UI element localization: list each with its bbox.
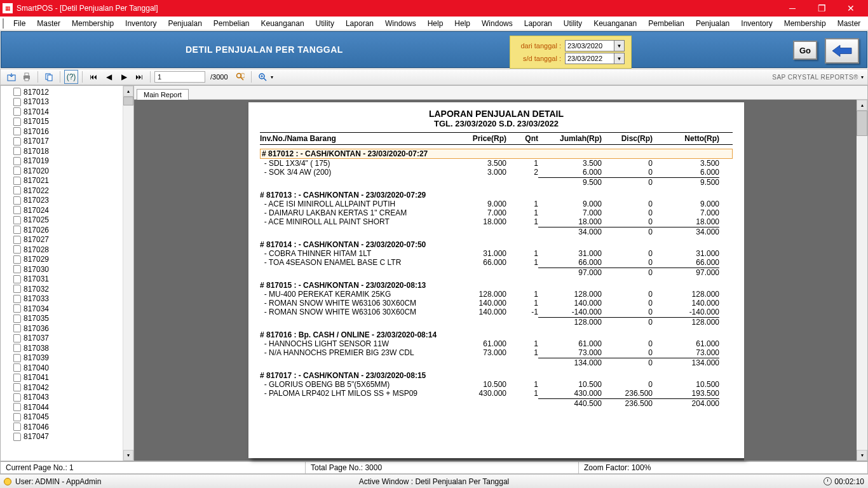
menu-pembelian[interactable]: Pembelian xyxy=(208,18,255,29)
menu-keuanganan[interactable]: Keuanganan xyxy=(588,18,642,29)
tree-node-label: 817012 xyxy=(24,88,49,97)
go-button[interactable]: Go xyxy=(793,41,817,60)
window-close-button[interactable]: ✕ xyxy=(836,0,865,17)
tree-node[interactable]: 817030 xyxy=(11,264,123,274)
page-number-input[interactable] xyxy=(154,71,205,83)
viewer-scrollbar[interactable]: ▴ ▾ xyxy=(857,100,867,461)
zoom-dropdown-icon[interactable]: ▾ xyxy=(271,74,273,80)
tree-node[interactable]: 817026 xyxy=(11,225,123,235)
export-button[interactable] xyxy=(4,70,18,84)
menu-membership[interactable]: Membership xyxy=(778,18,832,29)
next-page-button[interactable]: ▶ xyxy=(117,70,131,84)
page-icon xyxy=(13,393,21,402)
scroll-thumb[interactable] xyxy=(123,97,133,105)
tree-node[interactable]: 817018 xyxy=(11,146,123,156)
find-button[interactable] xyxy=(233,70,247,84)
scroll-down-button[interactable]: ▾ xyxy=(123,450,133,461)
menu-windows[interactable]: Windows xyxy=(379,18,422,29)
menu-keuanganan[interactable]: Keuanganan xyxy=(255,18,310,29)
mdi-system-icon[interactable] xyxy=(3,18,4,29)
brand-dropdown-icon[interactable]: ▾ xyxy=(861,74,864,80)
menu-master[interactable]: Master xyxy=(832,18,867,29)
to-date-input[interactable] xyxy=(565,53,614,64)
tree-node[interactable]: 817014 xyxy=(11,107,123,117)
back-button[interactable] xyxy=(825,38,859,64)
menu-utility[interactable]: Utility xyxy=(558,18,588,29)
tree-node[interactable]: 817013 xyxy=(11,97,123,107)
page-icon xyxy=(13,413,21,421)
menu-laporan[interactable]: Laporan xyxy=(340,18,379,29)
menu-master[interactable]: Master xyxy=(31,18,66,29)
viewer-scroll-up[interactable]: ▴ xyxy=(857,100,867,111)
tree-node-label: 817045 xyxy=(24,412,49,421)
tree-node[interactable]: 817016 xyxy=(11,126,123,137)
tree-node[interactable]: 817043 xyxy=(11,393,123,403)
menu-file[interactable]: File xyxy=(8,18,31,29)
prev-page-button[interactable]: ◀ xyxy=(102,70,116,84)
to-date-dropdown[interactable]: ▼ xyxy=(614,53,625,64)
tree-node[interactable]: 817035 xyxy=(11,314,123,324)
print-button[interactable] xyxy=(20,70,34,84)
tree-node[interactable]: 817039 xyxy=(11,353,123,363)
from-date-dropdown[interactable]: ▼ xyxy=(614,40,625,51)
menu-penjualan[interactable]: Penjualan xyxy=(162,18,207,29)
menu-inventory[interactable]: Inventory xyxy=(119,18,162,29)
tree-node-label: 817037 xyxy=(24,334,49,342)
report-row: - ROMAN SNOW WHITE W63106 30X60CM140.000… xyxy=(260,299,733,308)
tree-node[interactable]: 817025 xyxy=(11,215,123,226)
tree-node[interactable]: 817012 xyxy=(11,87,123,97)
menu-help[interactable]: Help xyxy=(449,18,476,29)
from-date-input[interactable] xyxy=(565,40,614,51)
toggle-group-tree-button[interactable]: (?) xyxy=(64,70,78,84)
viewer-scroll-thumb[interactable] xyxy=(857,111,867,136)
tree-node[interactable]: 817017 xyxy=(11,137,123,147)
menu-utility[interactable]: Utility xyxy=(310,18,340,29)
group-header: # 817016 : Bp. CASH / ONLINE - 23/03/202… xyxy=(260,330,733,339)
page-icon xyxy=(13,118,21,126)
tree-node[interactable]: 817034 xyxy=(11,304,123,314)
tree-node[interactable]: 817042 xyxy=(11,383,123,393)
menu-laporan[interactable]: Laporan xyxy=(519,18,558,29)
window-maximize-button[interactable]: ❐ xyxy=(807,0,836,17)
tree-node[interactable]: 817022 xyxy=(11,186,123,196)
menu-windows[interactable]: Windows xyxy=(476,18,519,29)
menu-penjualan[interactable]: Penjualan xyxy=(690,18,735,29)
tree-node[interactable]: 817040 xyxy=(11,363,123,373)
tree-node[interactable]: 817023 xyxy=(11,196,123,206)
first-page-button[interactable]: ⏮ xyxy=(86,70,100,84)
menu-help[interactable]: Help xyxy=(422,18,449,29)
report-tab-strip: Main Report xyxy=(134,86,867,100)
menu-inventory[interactable]: Inventory xyxy=(735,18,778,29)
copy-button[interactable] xyxy=(42,70,56,84)
tree-node[interactable]: 817047 xyxy=(11,432,123,442)
page-icon xyxy=(13,275,21,283)
tree-node[interactable]: 817045 xyxy=(11,412,123,423)
report-row: - ACE ISI MINIROLL ALLPAINT PUTIH9.00019… xyxy=(260,200,733,208)
tree-node[interactable]: 817032 xyxy=(11,284,123,294)
viewer-scroll-down[interactable]: ▾ xyxy=(857,450,867,461)
tree-node[interactable]: 817021 xyxy=(11,176,123,186)
tree-node[interactable]: 817020 xyxy=(11,166,123,176)
zoom-button[interactable] xyxy=(255,70,269,84)
tree-node[interactable]: 817046 xyxy=(11,422,123,432)
tree-node[interactable]: 817038 xyxy=(11,343,123,353)
tree-node[interactable]: 817027 xyxy=(11,235,123,245)
tree-node[interactable]: 817028 xyxy=(11,245,123,255)
tree-node[interactable]: 817024 xyxy=(11,205,123,215)
main-report-tab[interactable]: Main Report xyxy=(137,89,189,100)
tree-node[interactable]: 817036 xyxy=(11,323,123,334)
tree-node[interactable]: 817033 xyxy=(11,294,123,304)
menu-membership[interactable]: Membership xyxy=(66,18,119,29)
menu-pembelian[interactable]: Pembelian xyxy=(642,18,690,29)
tree-node[interactable]: 817041 xyxy=(11,373,123,383)
tree-node[interactable]: 817037 xyxy=(11,334,123,344)
scroll-up-button[interactable]: ▴ xyxy=(123,86,133,97)
tree-node[interactable]: 817044 xyxy=(11,402,123,412)
tree-scrollbar[interactable]: ▴ ▾ xyxy=(123,86,133,461)
tree-node[interactable]: 817019 xyxy=(11,156,123,166)
last-page-button[interactable]: ⏭ xyxy=(132,70,146,84)
tree-node[interactable]: 817029 xyxy=(11,255,123,265)
window-minimize-button[interactable]: ─ xyxy=(778,0,807,17)
tree-node[interactable]: 817031 xyxy=(11,274,123,285)
tree-node[interactable]: 817015 xyxy=(11,117,123,127)
